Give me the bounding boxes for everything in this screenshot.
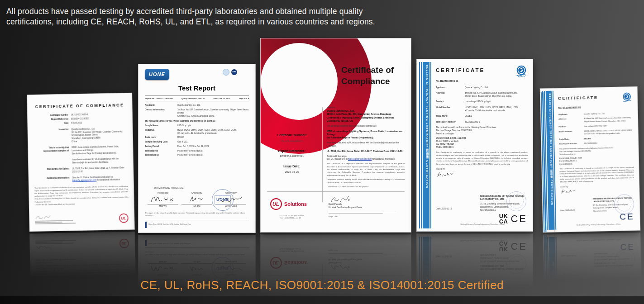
cert4-row-label: Test Report Number: — [436, 121, 462, 124]
cert4-footer: Belling Efficiency Testing Laboratory - … — [432, 223, 533, 226]
ukca-mark: UKCA — [499, 214, 508, 224]
uone-logo-icon: UONE — [145, 69, 169, 80]
cert1-row-value: E533354-20230321 — [71, 117, 127, 121]
cert5-row-value: UCXX, UHXX, UNXX, ULXX, UDXX, URXX, LNXX… — [584, 129, 633, 136]
cert5-row-value: BL210910001-1 — [584, 141, 633, 145]
cert3-left-value: UL-US-2311652-0 — [265, 139, 319, 143]
cert4-number: No. BL221102001 01 — [436, 80, 528, 83]
cert3-left-label: Issue Date: — [265, 164, 319, 169]
cert5-number: No. BL210910001 01 — [558, 105, 633, 110]
certificate-ul-letter: CERTIFICATE OF COMPLIANCE Certificate Nu… — [27, 93, 135, 232]
signature-icon — [560, 188, 578, 195]
sig-name: Lin Zhu — [181, 204, 212, 208]
cert3-left-value: 2025-03-26 — [265, 170, 319, 174]
cert3-additional-post: for additional information. — [372, 158, 395, 160]
sig-name: Max Wu — [148, 204, 178, 208]
ce-mark: CE — [620, 210, 634, 223]
cert3-product: IFDR - Low-voltage Lighting Systems, Pow… — [327, 130, 405, 137]
cert5-row-value: 3rd floor, No. 637 Guantian Lascun ,Guan… — [584, 116, 633, 123]
cert2-row-label: Testing Period: — [145, 145, 175, 148]
cert2-row-label: Sample Receiving Date: — [145, 141, 175, 144]
cert2-row-label: Contact information: — [145, 109, 175, 118]
cert1-issued-value: Quanhe Lighting Co., Ltd. 3F, No.637, Gu… — [72, 127, 128, 143]
cert3-left-label: Report Reference: — [265, 149, 319, 154]
uone-stamp-text: UONE — [215, 195, 231, 204]
signature-icon — [182, 195, 211, 203]
uone-stamp-icon: UONE — [212, 189, 234, 211]
cert5-row-label: Model Number: — [559, 130, 582, 136]
cert1-certify-label: This is to certify that representative s… — [33, 147, 69, 165]
cert3-addendum: See Addendum Page for Product Designatio… — [327, 137, 405, 140]
cert2-samples-heading: The following sample(s) was (were) submi… — [145, 120, 249, 123]
cert1-standards-label: Standard(s) for Safety: — [34, 168, 69, 175]
cert2-row-value: UCLED — [177, 136, 249, 139]
report-date: Date: Oct. 12, 2021 — [214, 97, 230, 100]
query-password: Query Password: GN6720 — [181, 97, 205, 100]
cert1-signature-lines — [35, 214, 76, 225]
cert5-title: CERTIFICATE — [558, 95, 598, 102]
cert2-row-label: Test Result(s): — [145, 154, 175, 157]
ilac-mra-logo-icon — [223, 69, 229, 76]
ul-solutions-logo: UL Solutions — [270, 198, 307, 210]
cert3-left-label: Certificate Number: — [265, 133, 319, 138]
cert2-row-value: Oct. 8, 2021 — [177, 141, 249, 144]
cert3-evaluated: Have been evaluated by UL in accordance … — [327, 142, 405, 148]
cert2-row-value: From Oct. 8, 2021 to Oct. 12, 2021 — [177, 145, 249, 148]
cert3-issued-label: Issued to: — [327, 106, 405, 109]
cert4-row-label: Product: — [436, 100, 462, 104]
cert5-date: Date: 2021-09-23 — [560, 209, 575, 212]
cert3-signer-title: UL Mark Certification Program Owner — [329, 206, 405, 209]
red-arc-inner — [261, 43, 338, 120]
horizontal-rule — [267, 191, 405, 192]
cert5-footer: Belling Efficiency Testing Laboratory - … — [557, 223, 640, 227]
belling-logo-icon — [515, 65, 528, 77]
cert4-row-label: Address: — [436, 92, 462, 98]
certificate-test-report: UONE CNAS Test Report Report No.: U01052… — [138, 64, 256, 233]
cert2-row-value: LED Strip Light — [177, 124, 249, 128]
cert3-para1: This Certificate of Compliance indicates… — [327, 162, 405, 177]
accreditation-marks: CNAS — [223, 69, 249, 76]
promo-banner: All products have passed testing by accr… — [0, 0, 644, 304]
sig-role: Prepared by — [148, 192, 178, 195]
cert4-row-value: Quanhe Lighting Co., Ltd. — [465, 86, 528, 90]
cert1-fineprint: This Certificate of Compliance indicates… — [34, 185, 129, 206]
sig-role: Checked by — [181, 192, 212, 195]
belling-logo-icon — [621, 92, 632, 103]
cert5-row-label: Address: — [558, 118, 581, 124]
cert5-standards: EN 60598-1:2015+A1:2018 EN 60598-2-21:20… — [559, 156, 634, 166]
cert1-additional-post: for additional information — [96, 179, 120, 181]
cert4-conform: The product herewith conforms to the fol… — [436, 126, 528, 136]
cert3-page-no: Page 1 of 2 — [329, 215, 405, 218]
cert1-additional-label: Additional Information: — [34, 176, 70, 183]
cert5-conform: The product herewith conforms to the fol… — [559, 146, 633, 156]
cert2-row-value: 3rd floor, No. 637 Guantian Lascun, Guan… — [177, 109, 249, 118]
cert3-left-column: Certificate Number: UL-US-2311652-0 Repo… — [265, 127, 319, 174]
cert5-row-value: UGLED — [584, 137, 633, 140]
cert2-row-label: Model No.: — [145, 129, 175, 135]
cert4-row-label: Applicant: — [436, 86, 462, 90]
cert3-para3: Look for the UL Certification Mark on th… — [327, 185, 405, 188]
certificate-belling-1: BELLING EFFICIENCY TESTING LABORATORY 認證… — [416, 59, 533, 232]
cert4-date: Date: 2022-11-16 — [436, 208, 452, 211]
cert2-row-value: Please refer to next page(s). — [177, 150, 249, 153]
cert3-confirms: This certificate confirms that represent… — [327, 125, 405, 128]
ul-logo-text: UL — [121, 216, 126, 220]
page-count: Page 1 of 8 — [239, 97, 249, 100]
cert2-row-label: Trade mark: — [145, 136, 175, 139]
cert3-right-column: Issued to: Quanhe Lighting Co., Ltd. 1B1… — [327, 106, 405, 189]
signature-icon — [436, 171, 457, 178]
cert2-row-label: Sample Name: — [145, 124, 175, 128]
ul-logo-text: UL — [272, 201, 279, 207]
cert3-title: Certificate of Compliance — [341, 65, 394, 87]
certificate-ul-compliance: Certificate of Compliance Certificate Nu… — [260, 38, 411, 233]
cert5-row-value: Quanhe Lighting Co., Ltd — [584, 112, 633, 115]
cert3-issued-value: Quanhe Lighting Co., Ltd. 1B1614, Lefu P… — [327, 109, 405, 123]
report-no: Report No.: U01052211069802E — [145, 97, 173, 100]
cert1-row-value: UL-US-2311652-0 — [71, 113, 127, 117]
lab-stamp-icon — [506, 191, 526, 211]
cert5-para: This Certificate of conformity is based … — [559, 166, 634, 184]
cert5-row-label: Trade Mark: — [559, 138, 582, 141]
cert3-left-value: E533354-20230321 — [265, 154, 319, 158]
cert3-additional-line: See UL Product iQ® at https://iq.ulprosp… — [327, 158, 405, 161]
cert1-directory-link: https://iq.ulprospector.com — [72, 179, 97, 182]
